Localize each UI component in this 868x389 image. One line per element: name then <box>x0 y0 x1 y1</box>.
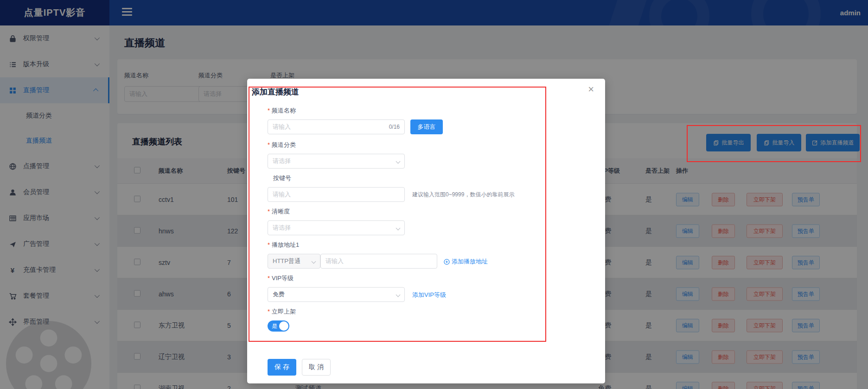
add-channel-modal: 添加直播频道 × *频道名称 请输入 0/16 多语言 *频道分类 请选择 按键… <box>247 79 605 383</box>
add-vip-link[interactable]: 添加VIP等级 <box>412 291 446 299</box>
name-label: *频道名称 <box>268 107 296 115</box>
clarity-select[interactable]: 请选择 <box>268 220 405 235</box>
protocol-select[interactable]: HTTP普通 <box>268 254 320 269</box>
channel-name-input[interactable]: 请输入 0/16 <box>268 119 405 134</box>
chevron-down-icon <box>396 293 401 297</box>
plus-circle-icon <box>444 259 450 265</box>
cancel-button[interactable]: 取 消 <box>302 359 331 376</box>
key-label: 按键号 <box>268 174 291 182</box>
modal-title: 添加直播频道 <box>252 87 299 97</box>
online-toggle[interactable]: 是 <box>268 320 289 332</box>
key-number-input[interactable]: 请输入 <box>268 187 405 202</box>
chevron-down-icon <box>312 259 316 264</box>
online-label: *立即上架 <box>268 307 296 316</box>
save-button[interactable]: 保 存 <box>268 359 296 376</box>
chevron-down-icon <box>396 159 401 164</box>
category-label: *频道分类 <box>268 141 296 149</box>
multilang-button[interactable]: 多语言 <box>410 119 443 134</box>
vip-select[interactable]: 免费 <box>268 287 405 302</box>
app-root: 点量IPTV影音 admin 权限管理版本升级直播管理频道分类直播频道点播管理会… <box>0 0 868 389</box>
chevron-down-icon <box>396 226 401 231</box>
vip-label: *VIP等级 <box>268 274 294 282</box>
address-label: *播放地址1 <box>268 241 299 249</box>
close-icon[interactable]: × <box>588 84 594 94</box>
key-hint: 建议输入范围0~9999，数值小的靠前展示 <box>412 191 514 199</box>
address-input[interactable]: 请输入 <box>320 254 437 269</box>
category-select[interactable]: 请选择 <box>268 154 405 169</box>
toggle-knob <box>279 321 288 331</box>
clarity-label: *清晰度 <box>268 207 290 216</box>
char-counter: 0/16 <box>389 124 400 130</box>
add-address-link[interactable]: 添加播放地址 <box>444 257 488 266</box>
